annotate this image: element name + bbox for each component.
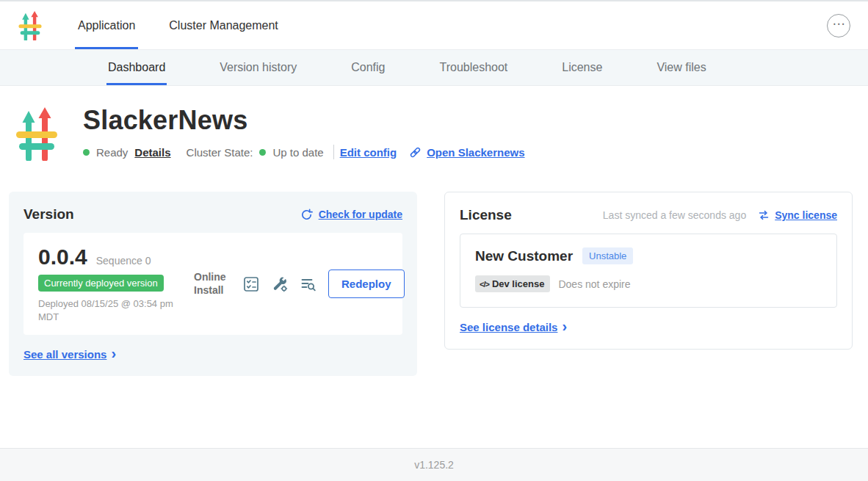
subnav-item-dashboard[interactable]: Dashboard bbox=[106, 50, 167, 85]
config-wrench-icon[interactable] bbox=[271, 275, 289, 293]
subnav-label: Config bbox=[351, 61, 385, 74]
link-icon bbox=[409, 146, 422, 159]
chevron-right-icon: › bbox=[562, 319, 567, 333]
refresh-icon bbox=[300, 209, 313, 221]
top-navigation-bar: Application Cluster Management ⋯ bbox=[0, 0, 868, 50]
subnav-label: Version history bbox=[220, 61, 297, 74]
redeploy-button[interactable]: Redeploy bbox=[328, 270, 405, 298]
app-logo-small-wrap bbox=[18, 1, 43, 49]
deployed-status-badge: Currently deployed version bbox=[38, 275, 164, 292]
sequence-label: Sequence 0 bbox=[96, 255, 151, 267]
license-type-label: Dev license bbox=[492, 278, 545, 289]
deployed-timestamp: Deployed 08/15/25 @ 03:54 pm MDT bbox=[38, 297, 185, 323]
sync-license-label: Sync license bbox=[775, 209, 837, 221]
sync-license-link[interactable]: Sync license bbox=[758, 209, 837, 221]
footer: v1.125.2 bbox=[0, 448, 868, 481]
channel-badge: Unstable bbox=[582, 247, 633, 264]
customer-name: New Customer bbox=[475, 248, 573, 264]
view-logs-icon[interactable] bbox=[300, 275, 317, 293]
version-card-title: Version bbox=[23, 206, 74, 223]
subnav-label: Troubleshoot bbox=[439, 61, 507, 74]
main-content: SlackerNews Ready Details Cluster State:… bbox=[0, 86, 868, 448]
divider bbox=[333, 145, 334, 159]
license-card-title: License bbox=[460, 207, 512, 223]
slackernews-logo-icon bbox=[18, 11, 43, 40]
app-header: SlackerNews Ready Details Cluster State:… bbox=[0, 86, 868, 161]
cluster-state-value: Up to date bbox=[272, 146, 323, 159]
tab-cluster-management[interactable]: Cluster Management bbox=[166, 1, 281, 49]
version-card: Version Check for update 0.0.4 Sequence … bbox=[9, 192, 417, 376]
ready-status-dot-icon bbox=[83, 149, 90, 156]
details-link[interactable]: Details bbox=[134, 146, 170, 159]
app-status-row: Ready Details Cluster State: Up to date … bbox=[83, 145, 532, 159]
ready-status-label: Ready bbox=[96, 146, 128, 159]
app-sub-navigation: Dashboard Version history Config Trouble… bbox=[0, 50, 868, 86]
cluster-status-dot-icon bbox=[259, 149, 266, 156]
see-license-details-link[interactable]: See license details › bbox=[460, 319, 567, 334]
current-version-box: 0.0.4 Sequence 0 Currently deployed vers… bbox=[23, 233, 402, 335]
license-card: License Last synced a few seconds ago bbox=[444, 192, 853, 350]
subnav-item-license[interactable]: License bbox=[560, 50, 604, 85]
subnav-label: License bbox=[562, 61, 602, 74]
slackernews-logo-large bbox=[15, 106, 59, 161]
license-details-box: New Customer Unstable </> Dev license Do… bbox=[460, 234, 837, 308]
ellipsis-icon: ⋯ bbox=[833, 18, 845, 30]
console-version: v1.125.2 bbox=[414, 459, 454, 471]
chevron-right-icon: › bbox=[111, 346, 116, 361]
check-for-update-label: Check for update bbox=[319, 209, 402, 220]
tab-cluster-management-label: Cluster Management bbox=[169, 19, 278, 32]
check-for-update-link[interactable]: Check for update bbox=[300, 209, 402, 221]
last-synced-label: Last synced a few seconds ago bbox=[603, 209, 746, 221]
subnav-item-troubleshoot[interactable]: Troubleshoot bbox=[438, 50, 509, 85]
dashboard-cards: Version Check for update 0.0.4 Sequence … bbox=[0, 192, 868, 376]
more-menu-button[interactable]: ⋯ bbox=[827, 14, 850, 37]
tab-application[interactable]: Application bbox=[75, 1, 138, 49]
subnav-label: View files bbox=[657, 61, 706, 74]
top-tabs: Application Cluster Management bbox=[75, 1, 281, 49]
open-app-link[interactable]: Open Slackernews bbox=[409, 146, 524, 159]
version-action-icons bbox=[242, 275, 317, 293]
see-all-versions-link[interactable]: See all versions › bbox=[23, 347, 116, 361]
subnav-item-view-files[interactable]: View files bbox=[655, 50, 707, 85]
see-license-details-label: See license details bbox=[460, 321, 557, 333]
install-type-label: Online Install bbox=[194, 271, 232, 297]
subnav-item-version-history[interactable]: Version history bbox=[218, 50, 298, 85]
see-all-versions-label: See all versions bbox=[23, 348, 106, 361]
page-title: SlackerNews bbox=[83, 105, 532, 136]
preflight-checks-icon[interactable] bbox=[242, 275, 260, 293]
license-expiration: Does not expire bbox=[558, 278, 630, 290]
open-app-link-label: Open Slackernews bbox=[427, 146, 524, 159]
subnav-label: Dashboard bbox=[108, 61, 165, 74]
cluster-state-label: Cluster State: bbox=[187, 146, 253, 159]
code-icon: </> bbox=[480, 280, 489, 289]
version-number: 0.0.4 bbox=[38, 245, 87, 270]
subnav-item-config[interactable]: Config bbox=[350, 50, 386, 85]
edit-config-link[interactable]: Edit config bbox=[340, 146, 397, 159]
sync-icon bbox=[758, 209, 770, 221]
license-type-badge: </> Dev license bbox=[475, 275, 550, 292]
tab-application-label: Application bbox=[78, 19, 135, 32]
